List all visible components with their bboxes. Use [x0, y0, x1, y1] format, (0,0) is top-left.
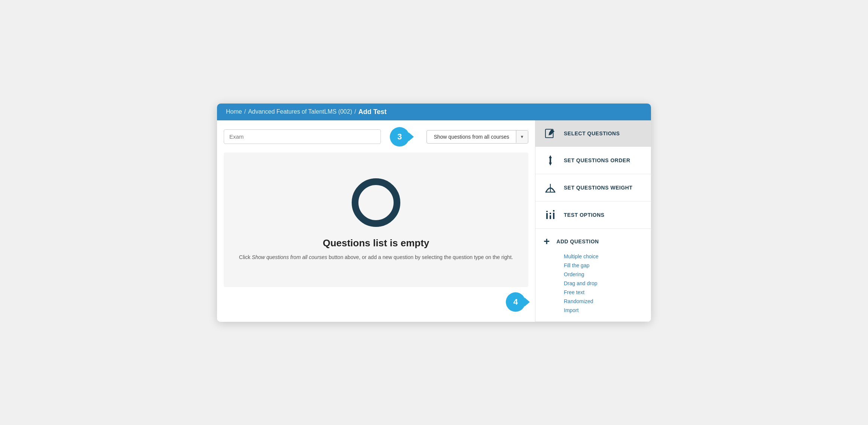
- question-type-randomized[interactable]: Randomized: [564, 297, 643, 306]
- sidebar-item-set-questions-order[interactable]: SET QUESTIONS ORDER: [535, 147, 651, 174]
- breadcrumb-home[interactable]: Home: [226, 108, 242, 115]
- question-type-multiple-choice[interactable]: Multiple choice: [564, 252, 643, 261]
- breadcrumb-sep-2: /: [354, 108, 356, 115]
- sidebar: SELECT QUESTIONS SET QUESTIONS ORDER: [535, 120, 651, 322]
- sidebar-item-test-options[interactable]: TEST OPTIONS: [535, 201, 651, 229]
- show-questions-label: Show questions from all courses: [427, 130, 516, 143]
- question-type-list: Multiple choice Fill the gap Ordering Dr…: [544, 252, 643, 315]
- step-bubble-3: 3: [390, 127, 409, 147]
- question-type-fill-the-gap[interactable]: Fill the gap: [564, 261, 643, 270]
- main-window: Home / Advanced Features of TalentLMS (0…: [217, 104, 651, 322]
- main-layout: 3 Show questions from all courses ▾ Ques…: [217, 120, 651, 322]
- weight-icon: [544, 182, 557, 194]
- show-questions-button[interactable]: Show questions from all courses ▾: [427, 130, 528, 144]
- add-question-header: + ADD QUESTION: [544, 236, 643, 247]
- sidebar-label-select-questions: SELECT QUESTIONS: [564, 130, 620, 136]
- step-bubble-4: 4: [506, 292, 525, 312]
- breadcrumb-sep-1: /: [244, 108, 246, 115]
- header: Home / Advanced Features of TalentLMS (0…: [217, 104, 651, 120]
- add-question-label: ADD QUESTION: [556, 238, 599, 244]
- svg-rect-9: [553, 210, 554, 219]
- empty-circle-icon: [352, 178, 400, 227]
- add-question-section: + ADD QUESTION Multiple choice Fill the …: [535, 229, 651, 322]
- svg-marker-2: [549, 155, 552, 158]
- dropdown-arrow-icon[interactable]: ▾: [516, 130, 528, 143]
- sidebar-item-select-questions[interactable]: SELECT QUESTIONS: [535, 120, 651, 147]
- options-icon: [544, 209, 557, 221]
- breadcrumb-current: Add Test: [358, 108, 387, 116]
- content-area: 3 Show questions from all courses ▾ Ques…: [217, 120, 535, 322]
- svg-rect-10: [545, 212, 548, 213]
- sidebar-label-set-questions-order: SET QUESTIONS ORDER: [564, 157, 630, 163]
- sidebar-label-set-questions-weight: SET QUESTIONS WEIGHT: [564, 185, 632, 191]
- sidebar-item-set-questions-weight[interactable]: SET QUESTIONS WEIGHT: [535, 174, 651, 201]
- svg-marker-3: [549, 163, 552, 166]
- empty-state-title: Questions list is empty: [323, 237, 430, 249]
- empty-state-description: Click Show questions from all courses bu…: [239, 253, 513, 261]
- empty-state-panel: Questions list is empty Click Show quest…: [224, 153, 528, 287]
- sidebar-label-test-options: TEST OPTIONS: [564, 212, 605, 218]
- top-bar: 3 Show questions from all courses ▾: [224, 127, 528, 147]
- exam-input[interactable]: [224, 129, 381, 144]
- arrows-icon: [544, 154, 557, 166]
- svg-rect-11: [549, 214, 552, 215]
- question-type-ordering[interactable]: Ordering: [564, 270, 643, 279]
- svg-rect-12: [552, 212, 555, 213]
- question-type-free-text[interactable]: Free text: [564, 288, 643, 297]
- edit-icon: [544, 128, 557, 139]
- add-question-plus-icon: +: [544, 236, 550, 247]
- svg-rect-4: [550, 158, 551, 163]
- question-type-import[interactable]: Import: [564, 306, 643, 315]
- question-type-drag-and-drop[interactable]: Drag and drop: [564, 279, 643, 288]
- svg-rect-8: [550, 213, 551, 219]
- step-bubble-4-wrapper: 4: [224, 292, 528, 312]
- breadcrumb-course: Advanced Features of TalentLMS (002): [248, 108, 352, 115]
